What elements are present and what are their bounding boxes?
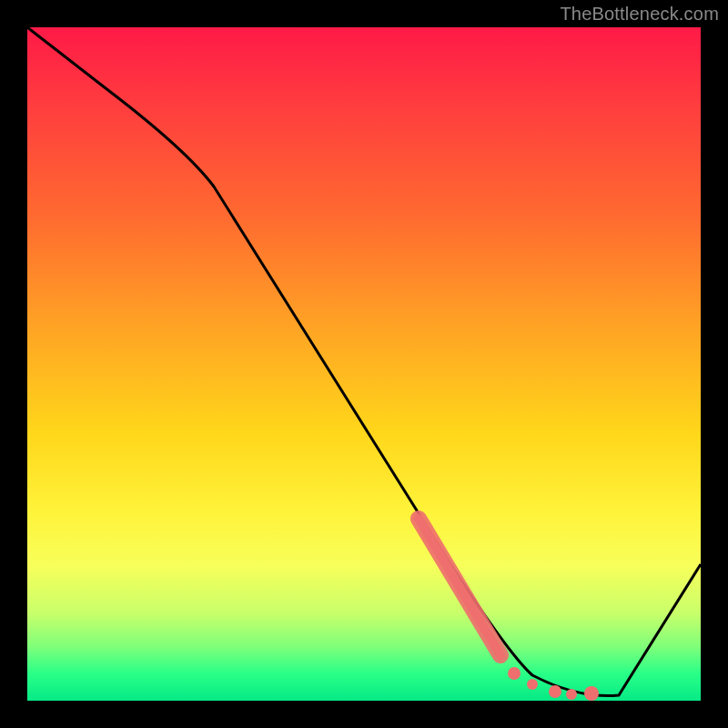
svg-point-2 bbox=[549, 685, 561, 698]
svg-point-0 bbox=[508, 667, 521, 680]
bottleneck-curve bbox=[27, 27, 701, 701]
watermark-text: TheBottleneck.com bbox=[560, 4, 719, 25]
chart-frame: TheBottleneck.com bbox=[0, 0, 728, 728]
curve-path bbox=[27, 27, 701, 696]
svg-point-1 bbox=[527, 679, 538, 690]
plot-area bbox=[27, 27, 701, 701]
svg-point-3 bbox=[566, 689, 577, 700]
corridor-band bbox=[419, 519, 500, 655]
svg-point-4 bbox=[584, 686, 599, 701]
